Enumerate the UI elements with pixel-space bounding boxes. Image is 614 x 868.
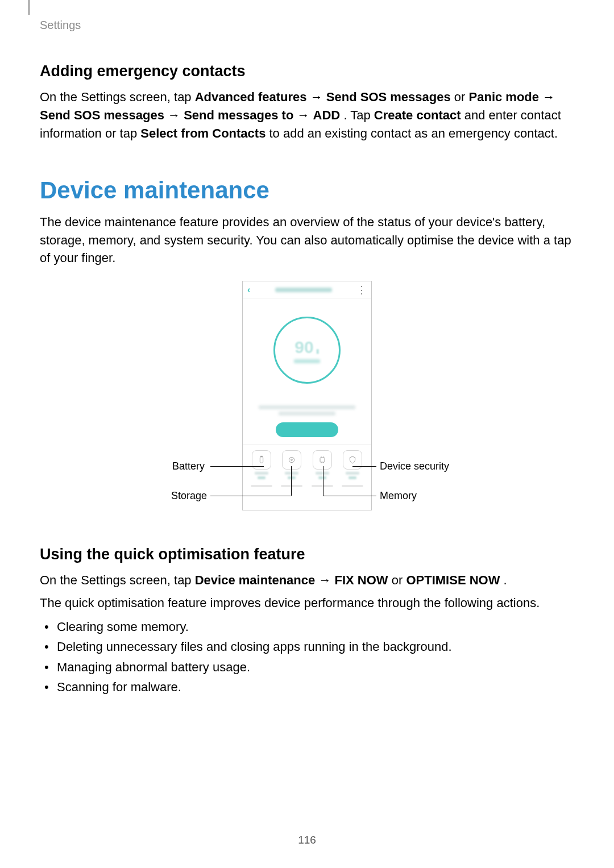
arrow-icon: → bbox=[297, 108, 313, 122]
callout-line bbox=[210, 496, 291, 496]
score-unit-blurred: ▮ bbox=[316, 348, 320, 354]
header-rule bbox=[28, 0, 30, 15]
callout-label-battery: Battery bbox=[172, 460, 205, 472]
callout-line bbox=[323, 496, 376, 496]
section-heading-quick-optimise: Using the quick optimisation feature bbox=[40, 546, 574, 563]
bold-select-from-contacts: Select from Contacts bbox=[140, 126, 265, 140]
arrow-icon: → bbox=[310, 90, 326, 104]
svg-rect-4 bbox=[320, 458, 325, 462]
arrow-icon: → bbox=[318, 573, 334, 587]
header-section-label: Settings bbox=[40, 19, 81, 32]
list-item: Managing abnormal battery usage. bbox=[57, 657, 574, 677]
svg-point-3 bbox=[291, 459, 293, 461]
callout-label-storage: Storage bbox=[171, 490, 207, 502]
callout-label-memory: Memory bbox=[380, 490, 417, 502]
category-label-row-blurred bbox=[243, 472, 371, 481]
section-emergency-paragraph: On the Settings screen, tap Advanced fea… bbox=[40, 88, 574, 143]
storage-icon[interactable] bbox=[282, 450, 301, 470]
document-page: Settings Adding emergency contacts On th… bbox=[0, 0, 614, 868]
bold-fix-now: FIX NOW bbox=[335, 573, 388, 587]
text: . Tap bbox=[343, 108, 374, 122]
list-item: Clearing some memory. bbox=[57, 617, 574, 637]
score-number: 90 bbox=[294, 338, 313, 357]
status-text-blurred bbox=[243, 405, 371, 416]
device-maintenance-intro: The device maintenance feature provides … bbox=[40, 213, 574, 268]
bold-send-sos-1: Send SOS messages bbox=[326, 90, 451, 104]
phone-title-blurred bbox=[275, 288, 332, 292]
bold-device-maintenance: Device maintenance bbox=[195, 573, 316, 587]
page-content: Adding emergency contacts On the Setting… bbox=[40, 0, 574, 697]
bold-send-messages-to: Send messages to bbox=[184, 108, 293, 122]
bold-optimise-now: OPTIMISE NOW bbox=[406, 573, 500, 587]
memory-icon[interactable] bbox=[313, 450, 332, 470]
text: or bbox=[392, 573, 406, 587]
text: On the Settings screen, tap bbox=[40, 573, 195, 587]
section-heading-emergency: Adding emergency contacts bbox=[40, 63, 574, 80]
list-item: Scanning for malware. bbox=[57, 677, 574, 697]
list-item: Deleting unnecessary files and closing a… bbox=[57, 637, 574, 657]
arrow-icon: → bbox=[168, 108, 184, 122]
text: to add an existing contact as an emergen… bbox=[269, 126, 558, 140]
quick-optimise-bullets: Clearing some memory. Deleting unnecessa… bbox=[40, 617, 574, 697]
bold-panic-mode: Panic mode bbox=[469, 90, 539, 104]
score-value: 90 ▮ bbox=[294, 338, 319, 357]
text: or bbox=[454, 90, 469, 104]
more-options-icon[interactable]: ⋮ bbox=[356, 288, 367, 292]
page-number: 116 bbox=[0, 834, 614, 846]
callout-line bbox=[210, 466, 264, 467]
back-chevron-icon[interactable]: ‹ bbox=[247, 285, 250, 295]
score-ring: 90 ▮ bbox=[273, 317, 341, 384]
callout-line bbox=[291, 466, 292, 496]
score-label-blurred bbox=[294, 359, 320, 363]
callout-line bbox=[352, 466, 376, 467]
svg-rect-0 bbox=[260, 457, 263, 463]
svg-point-2 bbox=[289, 458, 294, 463]
bold-advanced-features: Advanced features bbox=[195, 90, 307, 104]
chapter-heading-device-maintenance: Device maintenance bbox=[40, 177, 574, 204]
text: . bbox=[504, 573, 507, 587]
bold-create-contact: Create contact bbox=[374, 108, 461, 122]
score-area: 90 ▮ bbox=[243, 298, 371, 402]
category-icon-row bbox=[243, 444, 371, 472]
svg-rect-1 bbox=[260, 456, 262, 457]
text: On the Settings screen, tap bbox=[40, 90, 195, 104]
bold-add: ADD bbox=[313, 108, 341, 122]
bold-send-sos-2: Send SOS messages bbox=[40, 108, 164, 122]
device-maintenance-figure: ‹ ⋮ 90 ▮ bbox=[40, 281, 574, 531]
callout-label-security: Device security bbox=[380, 460, 449, 472]
quick-optimise-p1: On the Settings screen, tap Device maint… bbox=[40, 571, 574, 589]
arrow-icon: → bbox=[542, 90, 555, 104]
phone-topbar: ‹ ⋮ bbox=[243, 281, 371, 298]
callout-line bbox=[323, 466, 323, 496]
optimise-now-button[interactable] bbox=[276, 422, 338, 437]
category-bar-row bbox=[243, 481, 371, 492]
phone-mockup: ‹ ⋮ 90 ▮ bbox=[242, 281, 372, 510]
quick-optimise-p2: The quick optimisation feature improves … bbox=[40, 594, 574, 612]
